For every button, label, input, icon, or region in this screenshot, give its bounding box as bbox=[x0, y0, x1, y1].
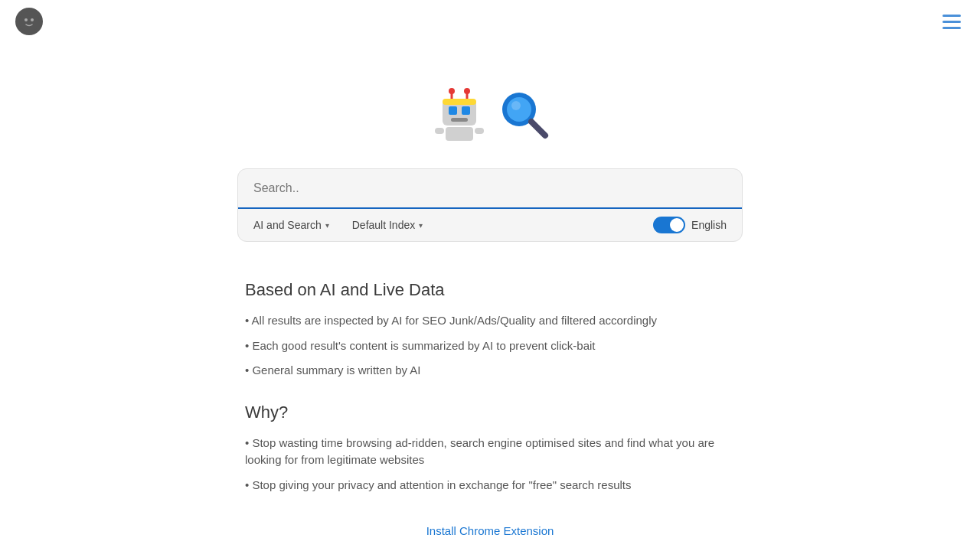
search-input-wrapper bbox=[238, 169, 742, 209]
default-index-dropdown[interactable]: Default Index ▾ bbox=[352, 219, 423, 231]
search-box: AI and Search ▾ Default Index ▾ English bbox=[237, 168, 743, 242]
svg-rect-9 bbox=[462, 106, 470, 115]
svg-rect-12 bbox=[435, 128, 444, 134]
english-label: English bbox=[691, 219, 727, 231]
svg-rect-8 bbox=[449, 106, 457, 115]
ai-and-search-label: AI and Search bbox=[253, 219, 322, 231]
svg-line-18 bbox=[531, 122, 545, 135]
section2-bullet1: • Stop wasting time browsing ad-ridden, … bbox=[245, 435, 735, 469]
magnifier-icon bbox=[498, 88, 551, 142]
ai-and-search-arrow: ▾ bbox=[325, 221, 329, 230]
svg-point-16 bbox=[507, 97, 531, 122]
section1-bullet2: • Each good result's content is summariz… bbox=[245, 337, 735, 355]
search-options: AI and Search ▾ Default Index ▾ English bbox=[238, 209, 742, 241]
svg-point-17 bbox=[511, 101, 521, 110]
svg-point-1 bbox=[24, 18, 28, 21]
section2-title: Why? bbox=[245, 403, 735, 422]
svg-rect-11 bbox=[446, 127, 473, 141]
section1-title: Based on AI and Live Data bbox=[245, 280, 735, 300]
svg-point-0 bbox=[19, 11, 39, 31]
svg-rect-14 bbox=[443, 99, 476, 105]
default-index-arrow: ▾ bbox=[419, 221, 423, 230]
svg-point-6 bbox=[464, 88, 470, 94]
default-index-label: Default Index bbox=[352, 219, 416, 231]
logo-avatar bbox=[15, 8, 43, 35]
hero-icons bbox=[429, 84, 551, 145]
install-chrome-extension-link[interactable]: Install Chrome Extension bbox=[245, 524, 735, 537]
robot-icon bbox=[429, 84, 490, 145]
main-content: AI and Search ▾ Default Index ▾ English … bbox=[0, 0, 980, 537]
section1-bullet3: • General summary is written by AI bbox=[245, 362, 735, 380]
info-section: Based on AI and Live Data • All results … bbox=[237, 280, 743, 537]
header bbox=[0, 0, 980, 43]
english-toggle[interactable] bbox=[653, 217, 685, 233]
english-toggle-group: English bbox=[653, 217, 727, 233]
svg-rect-13 bbox=[475, 128, 484, 134]
svg-rect-10 bbox=[451, 118, 468, 122]
section1-bullet1: • All results are inspected by AI for SE… bbox=[245, 312, 735, 330]
svg-point-4 bbox=[449, 88, 455, 94]
why-section: Why? • Stop wasting time browsing ad-rid… bbox=[245, 403, 735, 494]
ai-and-search-dropdown[interactable]: AI and Search ▾ bbox=[253, 219, 329, 231]
search-input[interactable] bbox=[253, 169, 727, 207]
section2-bullet2: • Stop giving your privacy and attention… bbox=[245, 477, 735, 494]
svg-point-2 bbox=[31, 18, 34, 21]
hamburger-menu-button[interactable] bbox=[939, 11, 965, 33]
